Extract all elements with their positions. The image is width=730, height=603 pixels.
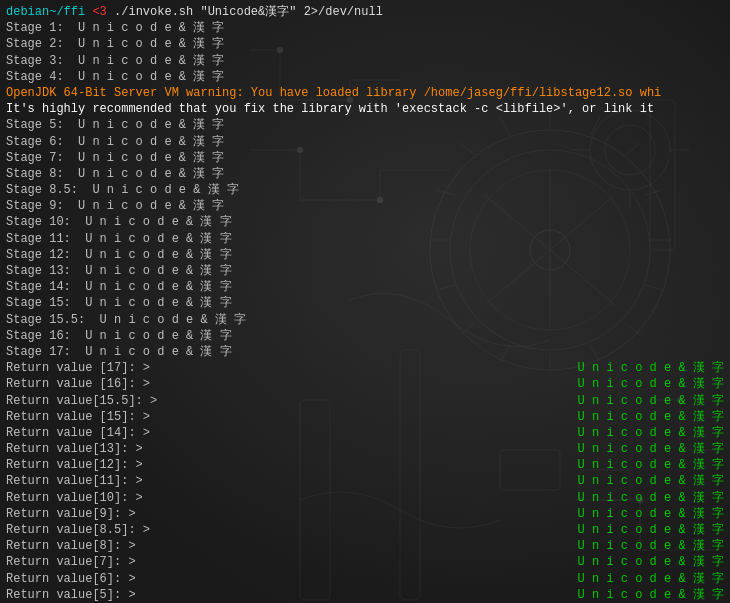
stage-155-line: Stage 15.5: U n i c o d e & 漢 字 bbox=[6, 312, 724, 328]
stage-10-line: Stage 10: U n i c o d e & 漢 字 bbox=[6, 214, 724, 230]
stage-14-line: Stage 14: U n i c o d e & 漢 字 bbox=[6, 279, 724, 295]
return-value-16: Return value [16]: >U n i c o d e & 漢 字 bbox=[6, 376, 724, 392]
return-value-155: Return value[15.5]: >U n i c o d e & 漢 字 bbox=[6, 393, 724, 409]
stage-6-line: Stage 6: U n i c o d e & 漢 字 bbox=[6, 134, 724, 150]
stage-7-line: Stage 7: U n i c o d e & 漢 字 bbox=[6, 150, 724, 166]
return-value-7: Return value[7]: >U n i c o d e & 漢 字 bbox=[6, 554, 724, 570]
terminal-window: debian~/ffi <3 ./invoke.sh "Unicode&漢字" … bbox=[0, 0, 730, 603]
stage-5-line: Stage 5: U n i c o d e & 漢 字 bbox=[6, 117, 724, 133]
stage-13-line: Stage 13: U n i c o d e & 漢 字 bbox=[6, 263, 724, 279]
return-value-12: Return value[12]: >U n i c o d e & 漢 字 bbox=[6, 457, 724, 473]
prompt-user: debian~/ffi bbox=[6, 5, 92, 19]
stage-11-line: Stage 11: U n i c o d e & 漢 字 bbox=[6, 231, 724, 247]
stage-4-line: Stage 4: U n i c o d e & 漢 字 bbox=[6, 69, 724, 85]
stage-8-line: Stage 8: U n i c o d e & 漢 字 bbox=[6, 166, 724, 182]
stage-85-line: Stage 8.5: U n i c o d e & 漢 字 bbox=[6, 182, 724, 198]
return-value-11: Return value[11]: >U n i c o d e & 漢 字 bbox=[6, 473, 724, 489]
return-value-13: Return value[13]: >U n i c o d e & 漢 字 bbox=[6, 441, 724, 457]
return-value-85: Return value[8.5]: >U n i c o d e & 漢 字 bbox=[6, 522, 724, 538]
command-text: ./invoke.sh "Unicode&漢字" 2>/dev/null bbox=[107, 5, 383, 19]
warning-line-1: OpenJDK 64-Bit Server VM warning: You ha… bbox=[6, 85, 724, 101]
warning-line-2: It's highly recommended that you fix the… bbox=[6, 101, 724, 117]
return-value-8: Return value[8]: >U n i c o d e & 漢 字 bbox=[6, 538, 724, 554]
return-value-5: Return value[5]: >U n i c o d e & 漢 字 bbox=[6, 587, 724, 603]
stage-3-line: Stage 3: U n i c o d e & 漢 字 bbox=[6, 53, 724, 69]
stage-15-line: Stage 15: U n i c o d e & 漢 字 bbox=[6, 295, 724, 311]
return-value-15: Return value [15]: >U n i c o d e & 漢 字 bbox=[6, 409, 724, 425]
return-value-6: Return value[6]: >U n i c o d e & 漢 字 bbox=[6, 571, 724, 587]
stage-9-line: Stage 9: U n i c o d e & 漢 字 bbox=[6, 198, 724, 214]
stage-16-line: Stage 16: U n i c o d e & 漢 字 bbox=[6, 328, 724, 344]
stage-17-line: Stage 17: U n i c o d e & 漢 字 bbox=[6, 344, 724, 360]
stage-1-line: Stage 1: U n i c o d e & 漢 字 bbox=[6, 20, 724, 36]
return-value-10: Return value[10]: >U n i c o d e & 漢 字 bbox=[6, 490, 724, 506]
stage-2-line: Stage 2: U n i c o d e & 漢 字 bbox=[6, 36, 724, 52]
return-value-9: Return value[9]: >U n i c o d e & 漢 字 bbox=[6, 506, 724, 522]
prompt-symbol: <3 bbox=[92, 5, 106, 19]
return-value-14: Return value [14]: >U n i c o d e & 漢 字 bbox=[6, 425, 724, 441]
stage-12-line: Stage 12: U n i c o d e & 漢 字 bbox=[6, 247, 724, 263]
return-value-17: Return value [17]: >U n i c o d e & 漢 字 bbox=[6, 360, 724, 376]
command-line: debian~/ffi <3 ./invoke.sh "Unicode&漢字" … bbox=[6, 4, 724, 20]
